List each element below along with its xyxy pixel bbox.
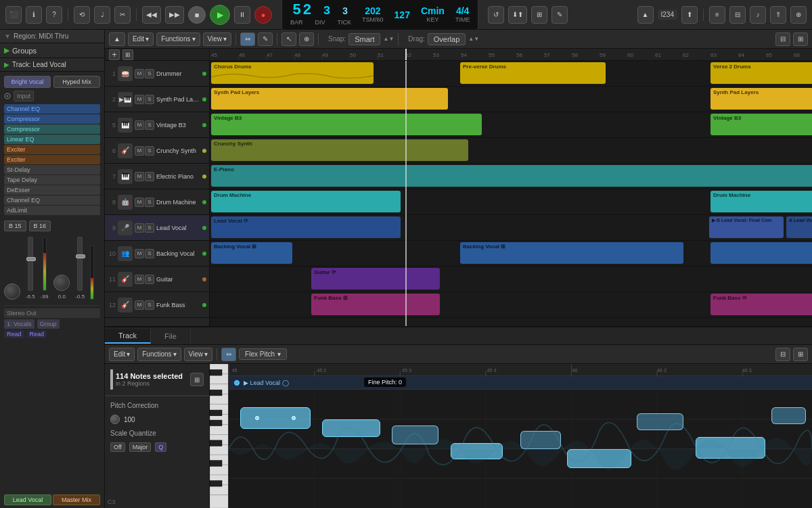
pan-knob-1[interactable] xyxy=(4,283,20,300)
master-mix-btn[interactable]: Master Mix xyxy=(53,494,100,505)
add-track-btn[interactable]: + xyxy=(109,49,120,60)
output-label[interactable]: Stereo Out xyxy=(4,308,100,318)
send-b15[interactable]: B 15 xyxy=(4,221,26,231)
zoom-tool[interactable]: ⊕ xyxy=(299,32,314,46)
lane-b3[interactable]: Vintage B3 Vintage B3 xyxy=(210,112,812,138)
marker-btn[interactable]: ⊞ xyxy=(531,6,547,24)
plugin-st-delay[interactable]: St-Delay xyxy=(4,165,100,175)
plugin-channel-eq-1[interactable]: Channel EQ xyxy=(4,104,100,114)
timeline-ruler[interactable]: 45 46 47 48 49 50 51 52 53 54 55 56 xyxy=(210,49,812,61)
scale-q-btn[interactable]: Q xyxy=(155,442,166,452)
solo-btn-1[interactable]: S xyxy=(145,69,154,78)
clip-synth-1[interactable]: Synth Pad Layers xyxy=(211,88,448,110)
capture-btn[interactable]: ⟲ xyxy=(74,6,90,24)
timesig-display[interactable]: 4/4 xyxy=(456,5,469,16)
zoom-out-btn[interactable]: ⊟ xyxy=(775,32,790,46)
pointer-tool[interactable]: ↖ xyxy=(281,32,296,46)
preset-btn-1[interactable]: Bright Vocal xyxy=(4,76,51,88)
cycle-btn[interactable]: ↺ xyxy=(488,6,504,24)
pitch-editor-main[interactable]: 45 45 2 45 3 45 4 46 46 2 46 3 xyxy=(229,364,812,508)
solo-btn-8[interactable]: S xyxy=(145,198,154,207)
read-mode-2[interactable]: Read xyxy=(27,330,47,338)
smartcontrol-btn[interactable]: ⊕ xyxy=(790,6,807,24)
mute-btn-7[interactable]: M xyxy=(135,172,144,181)
fader-handle-1[interactable] xyxy=(26,257,36,261)
scale-major-select[interactable]: Major xyxy=(129,442,152,452)
solo-btn-9[interactable]: S xyxy=(145,223,154,233)
mute-btn-2[interactable]: M xyxy=(135,95,144,104)
record-btn[interactable]: ● xyxy=(254,6,272,24)
master-btn[interactable]: ⬆ xyxy=(681,6,698,24)
autopunch-btn[interactable]: ⬇⬆ xyxy=(508,6,527,24)
read-mode-1[interactable]: Read xyxy=(4,330,24,338)
pause-btn[interactable]: ⏸ xyxy=(234,6,250,24)
mixer-btn[interactable]: ⇑ xyxy=(770,6,786,24)
solo-btn-5[interactable]: S xyxy=(145,120,154,130)
plugin-exciter-2[interactable]: Exciter xyxy=(4,155,100,164)
mute-btn-9[interactable]: M xyxy=(135,223,144,233)
count-in-btn[interactable]: ✂ xyxy=(114,6,131,24)
fader-bar-1[interactable] xyxy=(28,237,33,291)
tempo-display[interactable]: 127 xyxy=(394,9,410,20)
clip-epiano[interactable]: E-Piano xyxy=(211,165,812,187)
play-btn[interactable]: ▶ xyxy=(210,5,230,25)
snap-value[interactable]: Smart xyxy=(348,33,380,45)
editor-toggle-btn[interactable]: ⊞ xyxy=(190,373,204,386)
solo-btn-11[interactable]: S xyxy=(145,275,154,284)
pan-knob-2[interactable] xyxy=(53,275,70,291)
clip-verse2-drums[interactable]: Verse 2 Drums xyxy=(710,62,812,84)
info-btn[interactable]: ℹ xyxy=(26,6,42,24)
preset-btn-2[interactable]: Hyped Mix xyxy=(53,76,100,88)
tab-track[interactable]: Track xyxy=(105,329,151,344)
arrange-up-btn[interactable]: ▲ xyxy=(109,32,125,46)
flex-mode-btn[interactable]: ⇔ xyxy=(221,348,236,361)
pencil-tool[interactable]: ✎ xyxy=(258,32,273,46)
mute-btn-6[interactable]: M xyxy=(135,146,144,156)
clip-lead-3[interactable]: A Lead Vocal: Final Co xyxy=(786,216,812,238)
lane-synth[interactable]: Synth Pad Layers Synth Pad Layers xyxy=(210,87,812,112)
solo-btn-10[interactable]: S xyxy=(145,249,154,258)
notation-btn[interactable]: ▲ xyxy=(637,6,654,24)
pitch-correction-knob[interactable] xyxy=(110,415,120,424)
pencil-btn[interactable]: ✎ xyxy=(551,6,568,24)
clip-synth-2[interactable]: Synth Pad Layers xyxy=(710,88,812,110)
mute-btn-1[interactable]: M xyxy=(135,69,144,78)
clip-b3-2[interactable]: Vintage B3 xyxy=(710,114,812,135)
clip-guitar[interactable]: Guitar ⟳ xyxy=(311,268,440,290)
drag-value[interactable]: Overlap xyxy=(428,33,466,45)
plugin-compressor-1[interactable]: Compressor xyxy=(4,114,100,124)
input-label[interactable]: Input xyxy=(14,91,34,101)
editor-zoom-out[interactable]: ⊟ xyxy=(775,348,790,361)
clip-crunchy[interactable]: Crunchy Synth xyxy=(211,139,468,161)
mute-btn-12[interactable]: M xyxy=(135,300,144,310)
plugin-deesser[interactable]: DeEsser xyxy=(4,185,100,195)
group-btn[interactable]: Group xyxy=(37,319,60,329)
lane-epiano[interactable]: E-Piano xyxy=(210,164,812,189)
list-btn[interactable]: ⊟ xyxy=(729,6,746,24)
library-btn[interactable]: ⬛ xyxy=(5,6,22,24)
editor-view-menu[interactable]: View ▾ xyxy=(184,348,213,361)
clip-chorus-drums[interactable]: Chorus Drums xyxy=(211,62,374,84)
lane-lead-vocal[interactable]: Lead Vocal ⟳ ▶ B Lead Vocal: Final Com A… xyxy=(210,215,812,241)
mute-btn-5[interactable]: M xyxy=(135,120,144,130)
solo-btn-2[interactable]: S xyxy=(145,95,154,104)
edit-menu[interactable]: Edit ▾ xyxy=(128,32,154,46)
scale-off-select[interactable]: Off xyxy=(110,442,125,452)
mute-btn-11[interactable]: M xyxy=(135,275,144,284)
settings-btn[interactable]: ≡ xyxy=(709,6,725,24)
solo-btn-7[interactable]: S xyxy=(145,172,154,181)
plugin-adlimit[interactable]: AdLimit xyxy=(4,206,100,215)
lead-vocal-bottom-btn[interactable]: Lead Vocal xyxy=(4,494,51,505)
functions-menu[interactable]: Functions ▾ xyxy=(156,32,200,46)
editor-functions-menu[interactable]: Functions ▾ xyxy=(137,348,181,361)
bar-display[interactable]: 52 3 3 xyxy=(292,2,349,19)
lane-crunchy[interactable]: Crunchy Synth xyxy=(210,138,812,164)
mute-btn-8[interactable]: M xyxy=(135,198,144,207)
plugin-exciter-1[interactable]: Exciter xyxy=(4,145,100,154)
clip-preverse-drums[interactable]: Pre-verse Drums xyxy=(460,62,606,84)
fader-bar-2[interactable] xyxy=(77,237,83,291)
clip-bass-1[interactable]: Funk Bass ⊞ xyxy=(311,294,440,315)
clip-lead-1[interactable]: Lead Vocal ⟳ xyxy=(211,216,401,238)
lane-bass[interactable]: Funk Bass ⊞ Funk Bass ⟳ xyxy=(210,292,812,318)
clip-drum-1[interactable]: Drum Machine xyxy=(211,191,401,212)
